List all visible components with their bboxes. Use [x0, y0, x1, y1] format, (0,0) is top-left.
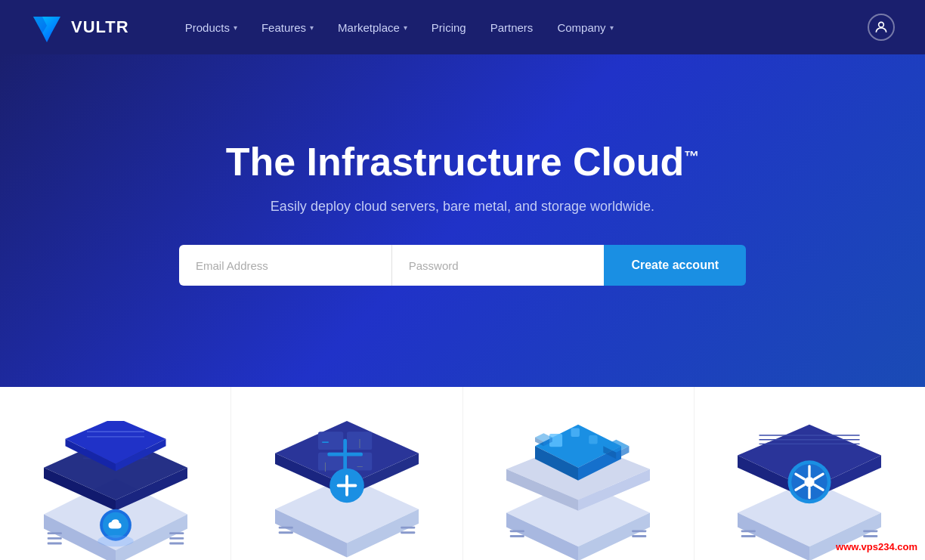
svg-rect-32 [401, 531, 415, 534]
email-input[interactable] [179, 245, 391, 286]
svg-rect-48 [337, 484, 357, 487]
svg-rect-53 [510, 535, 524, 537]
cloud-compute-illustration [15, 417, 215, 560]
svg-rect-63 [571, 429, 580, 437]
hero-subtitle: Easily deploy cloud servers, bare metal,… [271, 199, 654, 215]
kubernetes-illustration [710, 417, 910, 560]
nav-links: Products ▾ Features ▾ Marketplace ▾ Pric… [175, 15, 868, 40]
svg-rect-55 [632, 535, 646, 537]
navbar: VULTR Products ▾ Features ▾ Marketplace … [0, 0, 925, 54]
chevron-down-icon: ▾ [404, 23, 407, 32]
vultr-logo-icon [30, 11, 63, 44]
svg-rect-31 [401, 527, 415, 529]
svg-rect-6 [47, 532, 61, 534]
svg-rect-74 [741, 530, 756, 532]
card-block-storage[interactable] [463, 387, 695, 560]
logo-link[interactable]: VULTR [30, 11, 129, 44]
product-cards-row: – | | – [0, 387, 925, 560]
nav-item-partners[interactable]: Partners [480, 15, 544, 40]
hero-section: The Infrastructure Cloud™ Easily deploy … [0, 54, 925, 387]
brand-name: VULTR [71, 17, 129, 37]
svg-rect-52 [510, 530, 524, 532]
block-storage-illustration [478, 417, 679, 560]
password-input[interactable] [391, 245, 605, 286]
signup-form: Create account [179, 245, 746, 286]
svg-rect-64 [589, 435, 597, 444]
nav-item-products[interactable]: Products ▾ [175, 15, 248, 40]
card-kubernetes[interactable] [695, 387, 925, 560]
hero-title: The Infrastructure Cloud™ [226, 141, 700, 184]
svg-rect-30 [279, 531, 293, 534]
svg-text:|: | [324, 460, 326, 472]
nav-item-marketplace[interactable]: Marketplace ▾ [327, 15, 418, 40]
nav-right [868, 14, 895, 41]
card-cloud-compute[interactable] [0, 387, 231, 560]
create-account-button[interactable]: Create account [604, 245, 746, 286]
svg-rect-77 [864, 535, 878, 537]
chevron-down-icon: ▾ [310, 23, 314, 32]
svg-rect-8 [47, 543, 61, 545]
svg-point-2 [879, 22, 884, 27]
nav-item-features[interactable]: Features ▾ [251, 15, 324, 40]
nav-item-pricing[interactable]: Pricing [421, 15, 477, 40]
svg-rect-75 [741, 535, 756, 537]
svg-text:–: – [322, 435, 329, 449]
svg-point-86 [805, 477, 815, 487]
svg-rect-9 [169, 532, 184, 534]
bare-metal-illustration: – | | – [246, 417, 447, 560]
chevron-down-icon: ▾ [234, 23, 237, 32]
svg-rect-41 [327, 453, 363, 456]
card-bare-metal[interactable]: – | | – [231, 387, 462, 560]
svg-point-25 [97, 535, 134, 546]
nav-item-company[interactable]: Company ▾ [546, 15, 623, 40]
svg-rect-29 [279, 527, 293, 529]
svg-rect-54 [632, 530, 646, 532]
svg-text:|: | [358, 437, 360, 448]
user-account-icon[interactable] [868, 14, 895, 41]
svg-text:–: – [357, 460, 363, 472]
svg-rect-7 [47, 537, 61, 540]
svg-rect-76 [864, 530, 878, 532]
svg-rect-10 [169, 537, 184, 540]
svg-rect-11 [169, 543, 184, 545]
chevron-down-icon: ▾ [610, 23, 614, 32]
